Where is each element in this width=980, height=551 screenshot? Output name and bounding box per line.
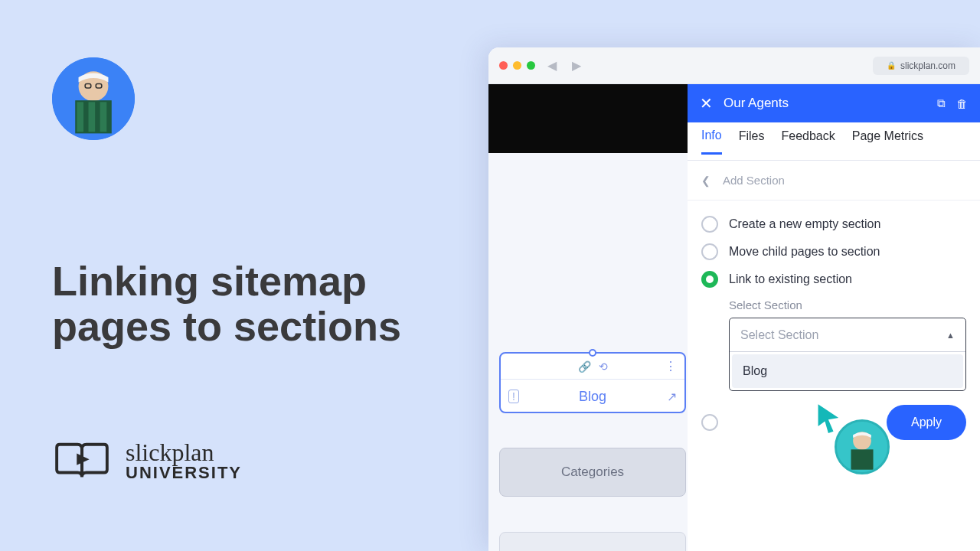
nav-forward-icon[interactable]: ▶ xyxy=(569,58,584,73)
select-label: Select Section xyxy=(729,298,966,311)
address-bar[interactable]: 🔒 slickplan.com xyxy=(873,57,969,75)
sitemap-node-categories[interactable]: Categories xyxy=(499,448,686,497)
presenter-avatar xyxy=(52,57,135,140)
url-text: slickplan.com xyxy=(900,60,956,71)
app-topbar xyxy=(488,84,688,153)
panel-title: Our Agents xyxy=(724,96,789,111)
radio-icon[interactable] xyxy=(701,243,718,260)
hero-title: Linking sitemap pages to sections xyxy=(52,259,450,350)
caret-up-icon: ▲ xyxy=(946,331,955,340)
window-close-dot[interactable] xyxy=(499,61,508,70)
radio-create-empty[interactable]: Create a new empty section xyxy=(701,216,966,233)
side-panel: ✕ Our Agents ⧉ 🗑 Info Files Feedback Pag… xyxy=(688,84,980,551)
copy-icon[interactable]: ⧉ xyxy=(937,96,946,110)
sitemap-node-events[interactable]: Events xyxy=(499,532,686,551)
radio-link-existing[interactable]: Link to existing section xyxy=(701,271,966,288)
panel-tabs: Info Files Feedback Page Metrics xyxy=(688,122,980,161)
book-play-icon xyxy=(52,440,112,484)
tab-page-metrics[interactable]: Page Metrics xyxy=(852,129,923,153)
select-placeholder: Select Section xyxy=(740,328,818,342)
kebab-icon[interactable]: ⋮ xyxy=(665,359,677,373)
node-label: Blog xyxy=(579,389,606,405)
brand-logo: slickplan UNIVERSITY xyxy=(52,440,242,484)
close-icon[interactable]: ✕ xyxy=(700,94,713,112)
external-link-icon[interactable]: ↗ xyxy=(667,390,677,404)
sitemap-node-blog[interactable]: 🔗 ⟲ ⋮ ! Blog ↗ xyxy=(499,352,686,413)
svg-rect-4 xyxy=(89,102,96,132)
alert-icon[interactable]: ! xyxy=(508,390,519,403)
breadcrumb-label: Add Section xyxy=(723,174,785,187)
svg-rect-5 xyxy=(100,102,107,132)
radio-icon-selected[interactable] xyxy=(701,271,718,288)
browser-window: ◀ ▶ 🔒 slickplan.com 🔗 ⟲ ⋮ ! Blog ↗ xyxy=(488,47,980,551)
panel-header: ✕ Our Agents ⧉ 🗑 xyxy=(688,84,980,122)
tab-feedback[interactable]: Feedback xyxy=(781,129,835,153)
radio-move-child[interactable]: Move child pages to section xyxy=(701,243,966,260)
window-max-dot[interactable] xyxy=(527,61,535,70)
tab-files[interactable]: Files xyxy=(739,129,765,153)
apply-button[interactable]: Apply xyxy=(887,405,966,440)
link-icon[interactable]: 🔗 xyxy=(578,360,591,373)
panel-breadcrumb: ❮ Add Section xyxy=(688,161,980,201)
svg-rect-3 xyxy=(77,102,83,132)
hero-area: Linking sitemap pages to sections xyxy=(52,57,450,350)
brand-word: UNIVERSITY xyxy=(126,463,242,483)
browser-chrome: ◀ ▶ 🔒 slickplan.com xyxy=(488,47,980,84)
radio-icon[interactable] xyxy=(701,414,718,431)
chevron-left-icon[interactable]: ❮ xyxy=(701,174,710,187)
select-option-blog[interactable]: Blog xyxy=(732,354,963,388)
trash-icon[interactable]: 🗑 xyxy=(956,97,968,110)
sitemap-canvas[interactable]: 🔗 ⟲ ⋮ ! Blog ↗ Categories Events xyxy=(488,84,688,551)
nav-back-icon[interactable]: ◀ xyxy=(544,58,560,73)
tab-info[interactable]: Info xyxy=(701,129,722,155)
section-select[interactable]: Select Section ▲ Blog xyxy=(729,318,966,391)
brand-script: slickplan xyxy=(126,442,242,464)
lock-icon: 🔒 xyxy=(887,61,896,70)
radio-icon[interactable] xyxy=(701,216,718,233)
node-label: Categories xyxy=(561,465,624,480)
window-min-dot[interactable] xyxy=(513,61,521,70)
refresh-icon[interactable]: ⟲ xyxy=(599,360,608,373)
